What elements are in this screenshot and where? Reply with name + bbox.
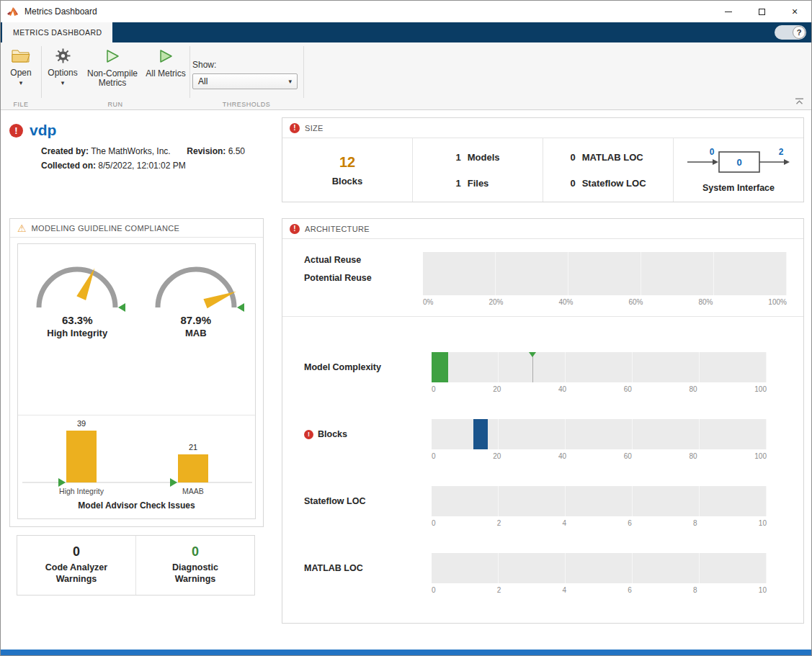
histogram-bar (473, 419, 488, 449)
gauge-value: 63.3% (62, 314, 93, 326)
gauge-mab[interactable]: 87.9% MAB (142, 253, 250, 338)
axis-tick-label: 0 (432, 519, 436, 527)
diagnostic-warnings-value: 0 (192, 544, 199, 560)
bar-group-high-integrity: 39 High Integrity (58, 419, 104, 495)
axis-tick-label: 40 (558, 385, 566, 393)
blocks-axis: 020406080100 (432, 452, 767, 460)
thresholds-show-dropdown[interactable]: All ▾ (192, 73, 298, 89)
code-analyzer-warnings-metric[interactable]: 0 Code Analyzer Warnings (17, 536, 135, 595)
error-icon: ! (304, 430, 313, 439)
model-metadata: Created by: The MathWorks, Inc. Revision… (41, 144, 277, 173)
open-button[interactable]: Open ▾ (4, 48, 38, 86)
axis-tick-label: 40% (558, 298, 573, 306)
size-panel: ! SIZE 12 Blocks 1 Models 1 (282, 117, 804, 202)
bar-chart-title: Model Advisor Check Issues (18, 500, 255, 511)
code-analyzer-warnings-label: Code Analyzer Warnings (34, 562, 119, 585)
system-interface-diagram: 0 0 2 (684, 147, 793, 177)
stateflow-loc-label: Stateflow LOC (304, 496, 365, 506)
bar-maab (178, 454, 208, 482)
model-complexity-axis: 020406080100 (432, 385, 767, 393)
blocks-metric[interactable]: 12 Blocks (282, 138, 413, 202)
axis-tick-label: 0 (432, 385, 436, 393)
axis-tick-label: 80 (690, 452, 697, 460)
bar-value: 39 (77, 419, 86, 428)
bar-high-integrity (66, 431, 97, 482)
axis-tick-label: 8 (693, 519, 697, 527)
minimize-button[interactable] (712, 1, 745, 22)
options-button[interactable]: Options ▾ (44, 48, 81, 86)
model-advisor-bar-chart[interactable]: 39 High Integrity 21 MAAB (18, 419, 256, 500)
axis-tick-label: 20 (493, 452, 501, 460)
threshold-marker (170, 478, 177, 487)
close-icon: × (792, 6, 798, 17)
system-interface-label: System Interface (702, 183, 775, 193)
axis-tick-label: 80 (690, 385, 697, 393)
app-window: Metrics Dashboard × METRICS DASHBOARD ? … (0, 0, 812, 656)
section-label-thresholds: THRESHOLDS (189, 101, 303, 108)
blocks-chart-label-text: Blocks (318, 429, 347, 439)
toolbar-separator (189, 46, 190, 98)
axis-tick-label: 80% (698, 298, 713, 306)
blocks-value: 12 (339, 154, 355, 171)
section-label-run: RUN (41, 101, 189, 108)
maximize-button[interactable] (745, 1, 778, 22)
axis-tick-label: 100 (754, 385, 767, 393)
loc-metric[interactable]: 0 MATLAB LOC 0 Stateflow LOC (543, 138, 674, 202)
non-compile-metrics-button[interactable]: Non-Compile Metrics (83, 48, 142, 88)
system-interface-metric[interactable]: 0 0 2 System Interface (674, 138, 803, 202)
matlab-loc-axis: 0246810 (432, 586, 767, 594)
tab-metrics-dashboard[interactable]: METRICS DASHBOARD (2, 22, 112, 42)
gauge-high-integrity[interactable]: 63.3% High Integrity (23, 253, 131, 338)
axis-tick-label: 100% (768, 298, 787, 306)
matlab-loc-value: 0 (570, 152, 575, 163)
axis-tick-label: 2 (497, 519, 501, 527)
model-header: ! vdp Created by: The MathWorks, Inc. Re… (9, 122, 277, 173)
dashboard-content: ! vdp Created by: The MathWorks, Inc. Re… (1, 110, 811, 651)
axis-tick-label: 60 (624, 385, 632, 393)
section-label-file: FILE (1, 101, 41, 108)
revision-label: Revision: (187, 146, 226, 156)
axis-tick-label: 2 (497, 586, 501, 594)
window-bottom-edge (1, 650, 811, 655)
compliance-panel-title: MODELING GUIDELINE COMPLIANCE (32, 224, 180, 233)
stateflow-loc-chart[interactable] (432, 486, 767, 516)
axis-tick-label: 0% (423, 298, 433, 306)
all-metrics-button[interactable]: All Metrics (143, 48, 188, 78)
files-value: 1 (455, 178, 460, 189)
axis-tick-label: 40 (558, 452, 566, 460)
diagnostic-warnings-metric[interactable]: 0 Diagnostic Warnings (135, 536, 254, 595)
threshold-marker (58, 478, 66, 487)
caret-down-icon: ▾ (61, 80, 65, 86)
error-icon: ! (290, 123, 300, 133)
interface-outputs-count: 2 (779, 147, 784, 157)
gauge-threshold-marker (237, 303, 244, 312)
axis-tick-label: 100 (754, 452, 767, 460)
matlab-loc-chart[interactable] (432, 553, 767, 583)
axis-tick-label: 0 (432, 452, 436, 460)
axis-tick-label: 6 (628, 519, 632, 527)
help-button[interactable]: ? (775, 25, 806, 40)
axis-tick-label: 60% (628, 298, 643, 306)
thresholds-group: Show: All ▾ (192, 60, 298, 89)
model-complexity-chart[interactable] (432, 352, 767, 382)
reuse-chart[interactable] (423, 252, 787, 295)
blocks-chart[interactable] (432, 419, 767, 449)
gauge-label: High Integrity (47, 328, 107, 338)
collected-on-label: Collected on: (41, 161, 96, 171)
architecture-panel: ! ARCHITECTURE Actual Reuse Potential Re… (282, 218, 804, 624)
collapse-toolstrip-button[interactable] (795, 98, 804, 105)
warning-icon: ⚠ (17, 223, 27, 233)
actual-reuse-label: Actual Reuse (304, 255, 361, 265)
bar-category-label: High Integrity (59, 487, 104, 495)
interface-components-count: 0 (736, 157, 741, 168)
gauge-threshold-marker (118, 303, 125, 312)
open-folder-icon (12, 48, 30, 66)
gauge-value: 87.9% (180, 314, 211, 326)
size-panel-title: SIZE (305, 124, 324, 132)
matlab-logo-icon (7, 6, 19, 17)
bar-category-label: MAAB (182, 487, 204, 495)
window-controls: × (712, 1, 811, 22)
models-files-metric[interactable]: 1 Models 1 Files (413, 138, 543, 202)
close-button[interactable]: × (778, 1, 811, 22)
created-by-label: Created by: (41, 146, 89, 156)
